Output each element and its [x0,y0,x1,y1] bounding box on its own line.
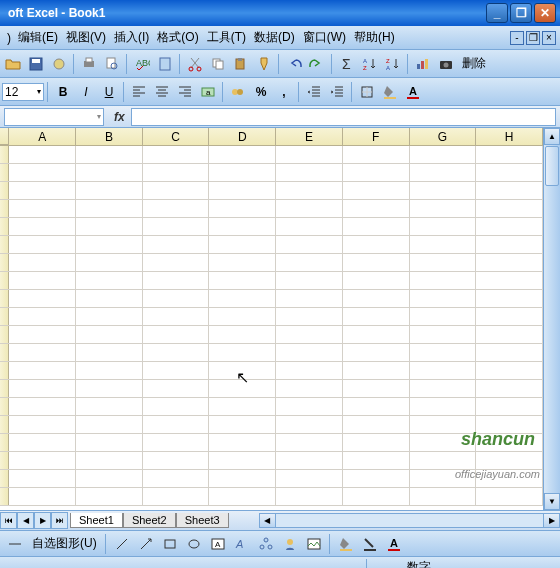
font-color-icon[interactable]: A [383,533,405,555]
cell[interactable] [476,290,543,307]
cell[interactable] [76,182,143,199]
cell[interactable] [209,416,276,433]
cell[interactable] [276,254,343,271]
cell[interactable] [410,326,477,343]
draw-menu-icon[interactable] [4,533,26,555]
cell[interactable] [476,452,543,469]
font-size-dropdown[interactable]: 12 [2,83,44,101]
cell[interactable] [209,434,276,451]
cell[interactable] [276,470,343,487]
cell[interactable] [276,452,343,469]
cell[interactable] [209,380,276,397]
comma-icon[interactable]: , [273,81,295,103]
grid-body[interactable] [0,146,543,510]
cell[interactable] [476,380,543,397]
decrease-indent-icon[interactable] [303,81,325,103]
cell[interactable] [9,200,76,217]
cell[interactable] [343,200,410,217]
print-icon[interactable] [78,53,100,75]
cell[interactable] [410,380,477,397]
cell[interactable] [9,380,76,397]
cell[interactable] [9,218,76,235]
cell[interactable] [76,218,143,235]
cell[interactable] [410,488,477,505]
cell[interactable] [76,254,143,271]
cell[interactable] [143,398,210,415]
cell[interactable] [410,362,477,379]
formula-input[interactable] [131,108,556,126]
cell[interactable] [276,308,343,325]
cell[interactable] [276,236,343,253]
menu-window[interactable]: 窗口(W) [299,27,350,48]
cell[interactable] [76,344,143,361]
paste-icon[interactable] [230,53,252,75]
cell[interactable] [143,452,210,469]
col-header-D[interactable]: D [209,128,276,145]
sheet-tab-1[interactable]: Sheet1 [70,513,123,528]
scroll-right-button[interactable]: ▶ [543,513,560,528]
spelling-icon[interactable]: ABC [131,53,153,75]
sheet-prev-button[interactable]: ◀ [17,512,34,529]
cell[interactable] [143,434,210,451]
cell[interactable] [9,470,76,487]
scroll-down-button[interactable]: ▼ [544,493,560,510]
grid-row[interactable] [0,488,543,506]
align-right-icon[interactable] [174,81,196,103]
doc-minimize-button[interactable]: - [510,31,524,45]
cell[interactable] [410,344,477,361]
cell[interactable] [9,434,76,451]
cell[interactable] [410,272,477,289]
cell[interactable] [9,362,76,379]
cell[interactable] [76,290,143,307]
wordart-icon[interactable]: A [231,533,253,555]
percent-icon[interactable]: % [250,81,272,103]
textbox-icon[interactable]: A [207,533,229,555]
sheet-last-button[interactable]: ⏭ [51,512,68,529]
cell[interactable] [410,452,477,469]
cell[interactable] [343,488,410,505]
cell[interactable] [276,200,343,217]
cell[interactable] [143,488,210,505]
grid-row[interactable] [0,362,543,380]
cell[interactable] [143,326,210,343]
cell[interactable] [410,398,477,415]
cell[interactable] [343,146,410,163]
cell[interactable] [76,200,143,217]
cell[interactable] [9,164,76,181]
cell[interactable] [410,182,477,199]
cell[interactable] [343,272,410,289]
cell[interactable] [476,308,543,325]
cell[interactable] [76,452,143,469]
cell[interactable] [276,218,343,235]
align-center-icon[interactable] [151,81,173,103]
cell[interactable] [476,164,543,181]
cell[interactable] [476,326,543,343]
scroll-left-button[interactable]: ◀ [259,513,276,528]
cell[interactable] [343,380,410,397]
borders-icon[interactable] [356,81,378,103]
scroll-up-button[interactable]: ▲ [544,128,560,145]
grid-row[interactable] [0,380,543,398]
cell[interactable] [276,290,343,307]
grid-row[interactable] [0,146,543,164]
cell[interactable] [276,344,343,361]
cell[interactable] [276,434,343,451]
cell[interactable] [476,146,543,163]
clipart-icon[interactable] [279,533,301,555]
select-all-corner[interactable] [0,128,9,145]
cell[interactable] [476,200,543,217]
fill-color-icon[interactable] [335,533,357,555]
grid-row[interactable] [0,290,543,308]
save-icon[interactable] [25,53,47,75]
format-painter-icon[interactable] [253,53,275,75]
cell[interactable] [276,164,343,181]
cell[interactable] [276,146,343,163]
cell[interactable] [9,452,76,469]
cell[interactable] [9,326,76,343]
currency-icon[interactable] [227,81,249,103]
col-header-C[interactable]: C [143,128,210,145]
cell[interactable] [76,146,143,163]
cell[interactable] [343,182,410,199]
col-header-H[interactable]: H [476,128,543,145]
cell[interactable] [9,146,76,163]
